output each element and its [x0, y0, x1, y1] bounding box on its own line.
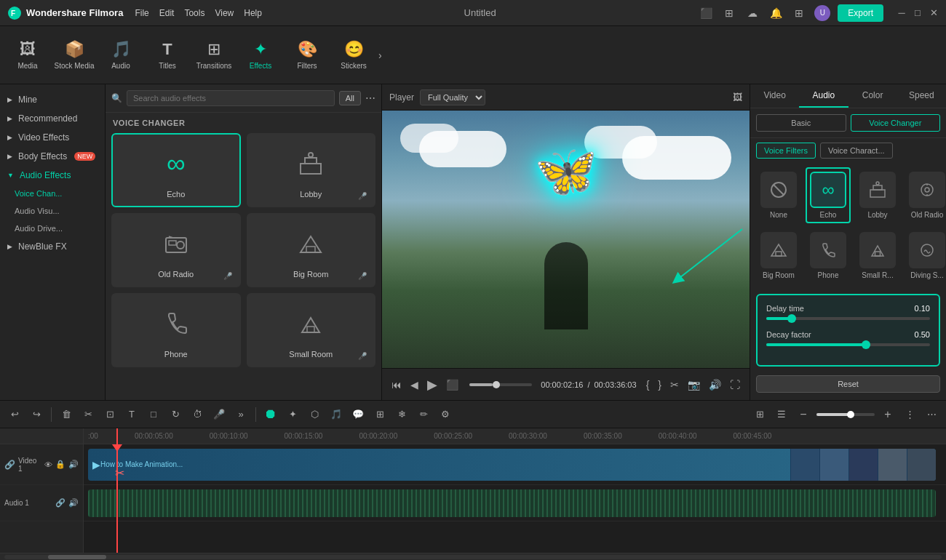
delay-time-slider[interactable]: [766, 317, 930, 320]
volume-icon[interactable]: 🔊: [707, 379, 723, 391]
list-view-button[interactable]: ☰: [773, 406, 790, 423]
all-filter-button[interactable]: All: [339, 91, 361, 105]
layout-icon[interactable]: ⊞: [721, 5, 737, 21]
tool-media[interactable]: 🖼 Media: [4, 37, 51, 73]
audio-button[interactable]: 🎵: [327, 406, 345, 423]
camera-button[interactable]: 📷: [685, 379, 702, 391]
menu-tools[interactable]: Tools: [184, 8, 204, 18]
more-button[interactable]: »: [232, 406, 250, 423]
scroll-track[interactable]: [4, 555, 942, 559]
scroll-thumb[interactable]: [48, 555, 106, 559]
fx-button[interactable]: ✦: [284, 406, 301, 423]
clip-button[interactable]: ✂: [668, 379, 681, 391]
track-visibility-icon[interactable]: 👁: [44, 460, 52, 469]
fullscreen-button[interactable]: ⛶: [728, 379, 742, 391]
menu-file[interactable]: File: [135, 8, 148, 18]
avatar[interactable]: U: [814, 5, 830, 21]
record-button[interactable]: ⏺: [262, 406, 279, 423]
tool-audio[interactable]: 🎵 Audio: [98, 37, 144, 73]
subtab-basic[interactable]: Basic: [756, 114, 846, 132]
filter-tab-voice-filters[interactable]: Voice Filters: [756, 143, 816, 159]
vf-small-room[interactable]: Small R...: [855, 228, 900, 284]
settings-btn2[interactable]: ⚙: [437, 406, 454, 423]
track-mute-icon[interactable]: 🔊: [68, 460, 79, 469]
quality-select[interactable]: Full Quality: [420, 89, 485, 105]
effect-big-room[interactable]: Big Room 🎤: [247, 213, 376, 287]
close-button[interactable]: ✕: [929, 8, 939, 18]
track-audio-mute-icon[interactable]: 🔊: [68, 498, 79, 508]
clip-button[interactable]: □: [145, 406, 162, 423]
mark-in-button[interactable]: {: [644, 379, 652, 391]
stop-button[interactable]: ⬛: [444, 379, 461, 391]
play-button[interactable]: ▶: [425, 377, 440, 393]
sidebar-item-recommended[interactable]: ▶ Recommended: [0, 109, 105, 128]
screenshot-icon[interactable]: 🖼: [733, 92, 742, 103]
text-button[interactable]: T: [123, 406, 140, 423]
video-progress-bar[interactable]: [469, 383, 532, 386]
subtab-voice-changer[interactable]: Voice Changer: [851, 114, 941, 132]
rotate-button[interactable]: ↻: [167, 406, 184, 423]
grid-view-button[interactable]: ⊞: [751, 406, 768, 423]
tool-transitions[interactable]: ⊞ Transitions: [191, 37, 237, 73]
playhead[interactable]: [116, 428, 118, 553]
vf-phone[interactable]: Phone: [806, 228, 851, 284]
toolbar-expand-arrow[interactable]: ›: [378, 49, 382, 61]
zoom-in-button[interactable]: +: [879, 406, 897, 423]
sidebar-item-body-effects[interactable]: ▶ Body Effects NEW: [0, 147, 105, 166]
effect-echo[interactable]: ∞ Echo: [111, 133, 241, 207]
delete-button[interactable]: 🗑: [57, 406, 75, 423]
search-input[interactable]: [127, 90, 335, 106]
vf-old-radio[interactable]: Old Radio: [905, 167, 946, 223]
track-link-icon[interactable]: 🔗: [4, 460, 15, 470]
tab-color[interactable]: Color: [848, 84, 897, 108]
menu-help[interactable]: Help: [244, 8, 262, 18]
draw-button[interactable]: ✏: [415, 406, 432, 423]
apps-icon[interactable]: ⊞: [791, 5, 807, 21]
bell-icon[interactable]: 🔔: [768, 5, 784, 21]
settings-button[interactable]: ⋯: [923, 406, 940, 423]
vf-echo[interactable]: ∞ Echo: [806, 167, 851, 223]
vf-none[interactable]: None: [756, 167, 801, 223]
crop-button[interactable]: ⊡: [101, 406, 119, 423]
maximize-button[interactable]: □: [913, 8, 923, 18]
video-progress-thumb[interactable]: [493, 381, 500, 388]
sidebar-item-voice-changer[interactable]: Voice Chan...: [0, 185, 105, 202]
vf-lobby[interactable]: Lobby: [855, 167, 900, 223]
sidebar-item-mine[interactable]: ▶ Mine: [0, 90, 105, 109]
frame-back-button[interactable]: ◀: [408, 379, 421, 391]
vf-big-room[interactable]: Big Room: [756, 228, 801, 284]
video-clip[interactable]: ▶ How to Make Animation...: [88, 449, 936, 481]
effect-lobby[interactable]: Lobby 🎤: [247, 133, 376, 207]
tool-effects[interactable]: ✦ Effects: [237, 37, 284, 73]
sidebar-item-video-effects[interactable]: ▶ Video Effects: [0, 128, 105, 147]
tool-stickers[interactable]: 😊 Stickers: [330, 37, 377, 73]
effect-old-radio[interactable]: Old Radio 🎤: [111, 213, 241, 287]
minimize-button[interactable]: ─: [897, 8, 907, 18]
effect-small-room[interactable]: Small Room 🎤: [247, 293, 376, 367]
tool-stock[interactable]: 📦 Stock Media: [51, 37, 98, 73]
effect-phone[interactable]: Phone: [111, 293, 241, 367]
vf-diving[interactable]: Diving S...: [905, 228, 946, 284]
menu-edit[interactable]: Edit: [159, 8, 175, 18]
more-options-icon[interactable]: ⋯: [365, 92, 375, 104]
monitor-icon[interactable]: ⬛: [698, 5, 714, 21]
more-options-button[interactable]: ⋮: [901, 406, 918, 423]
sidebar-item-audio-effects[interactable]: ▼ Audio Effects: [0, 166, 105, 185]
zoom-out-button[interactable]: −: [795, 406, 812, 423]
decay-factor-thumb[interactable]: [862, 340, 870, 349]
cut-button[interactable]: ✂: [79, 406, 97, 423]
tool-filters[interactable]: 🎨 Filters: [284, 37, 330, 73]
undo-button[interactable]: ↩: [6, 406, 23, 423]
export-button[interactable]: Export: [838, 4, 883, 22]
freeze-button[interactable]: ❄: [393, 406, 410, 423]
audio-clip[interactable]: [88, 489, 936, 517]
delay-time-thumb[interactable]: [787, 314, 796, 323]
track-audio-link-icon[interactable]: 🔗: [55, 498, 65, 508]
decay-factor-slider[interactable]: [766, 343, 930, 346]
track-lock-icon[interactable]: 🔒: [55, 460, 65, 469]
tab-video[interactable]: Video: [750, 84, 799, 108]
voice-button[interactable]: 🎤: [210, 406, 228, 423]
pip-button[interactable]: ⊞: [371, 406, 389, 423]
redo-button[interactable]: ↪: [28, 406, 45, 423]
speed-button[interactable]: ⏱: [188, 406, 206, 423]
